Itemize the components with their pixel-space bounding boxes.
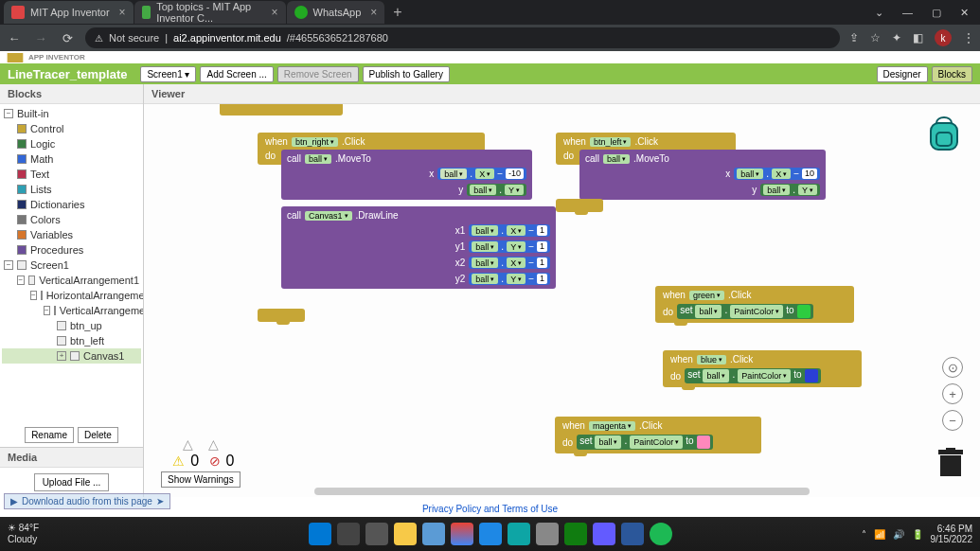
settings-icon[interactable] bbox=[422, 523, 445, 545]
publish-button[interactable]: Publish to Gallery bbox=[363, 66, 450, 82]
blocks-tree[interactable]: −Built-in Control Logic Math Text Lists … bbox=[0, 104, 143, 423]
tab-appinventor[interactable]: MIT App Inventor × bbox=[4, 1, 134, 24]
sys-chevron-icon[interactable]: ˄ bbox=[862, 529, 866, 540]
close-icon[interactable]: × bbox=[272, 6, 278, 19]
extensions-icon[interactable]: ✦ bbox=[892, 31, 901, 44]
weather-widget[interactable]: ☀ 84°F Cloudy bbox=[0, 523, 46, 545]
blocks-panel-head: Blocks bbox=[0, 84, 143, 104]
menu-icon[interactable]: ⋮ bbox=[963, 31, 974, 44]
app-header: APP INVENTOR bbox=[0, 51, 980, 63]
zoom-in-button[interactable]: + bbox=[942, 383, 963, 404]
zoom-controls: ⊙ + − bbox=[942, 357, 963, 431]
new-tab-button[interactable]: + bbox=[385, 4, 409, 21]
cat-variables[interactable]: Variables bbox=[2, 227, 141, 242]
component-item[interactable]: −VerticalArrangement1 bbox=[2, 273, 141, 288]
close-icon[interactable]: × bbox=[370, 6, 377, 19]
privacy-link[interactable]: Privacy Policy and Terms of Use bbox=[422, 504, 558, 514]
block-when-magenta[interactable]: whenmagenta.Click do setball.PaintColor … bbox=[555, 417, 761, 453]
block-fragment[interactable] bbox=[220, 104, 343, 116]
address-bar: ← → ⟳ ⚠ Not secure | ai2.appinventor.mit… bbox=[0, 25, 980, 51]
component-item[interactable]: btn_up bbox=[2, 318, 141, 333]
collapse-icon[interactable]: − bbox=[4, 109, 13, 118]
close-icon[interactable]: × bbox=[119, 6, 126, 19]
component-item[interactable]: btn_left bbox=[2, 333, 141, 348]
app-icon[interactable] bbox=[508, 523, 530, 545]
rename-button[interactable]: Rename bbox=[25, 427, 74, 443]
trash-icon[interactable] bbox=[938, 448, 963, 478]
block-call-moveto-right[interactable]: callball.MoveTo x ball.X − -10 y ball.Y bbox=[281, 150, 532, 200]
forward-button[interactable]: → bbox=[32, 31, 49, 45]
svg-rect-2 bbox=[936, 133, 952, 146]
blocks-tab[interactable]: Blocks bbox=[932, 66, 972, 82]
edge-icon[interactable] bbox=[479, 523, 502, 545]
battery-icon[interactable]: 🔋 bbox=[912, 529, 923, 540]
backpack-icon[interactable] bbox=[927, 114, 961, 151]
show-warnings-button[interactable]: Show Warnings bbox=[161, 471, 241, 488]
remove-screen-button[interactable]: Remove Screen bbox=[277, 66, 359, 82]
cat-control[interactable]: Control bbox=[2, 121, 141, 136]
taskview-icon[interactable] bbox=[365, 523, 388, 545]
horizontal-scrollbar[interactable] bbox=[314, 488, 810, 495]
volume-icon[interactable]: 🔊 bbox=[893, 529, 904, 540]
cat-lists[interactable]: Lists bbox=[2, 182, 141, 197]
app-icon[interactable] bbox=[536, 523, 559, 545]
component-canvas1[interactable]: +Canvas1 bbox=[2, 348, 141, 364]
spotify-icon[interactable] bbox=[650, 523, 672, 545]
profile-icon[interactable]: k bbox=[935, 29, 952, 46]
wifi-icon[interactable]: 📶 bbox=[874, 529, 885, 540]
share-icon[interactable]: ⇪ bbox=[849, 31, 859, 44]
xbox-icon[interactable] bbox=[564, 523, 587, 545]
close-window-icon[interactable]: ✕ bbox=[960, 7, 969, 19]
cat-colors[interactable]: Colors bbox=[2, 212, 141, 227]
error-icon: ⊘ bbox=[209, 453, 221, 469]
star-icon[interactable]: ☆ bbox=[870, 31, 881, 44]
error-up-icon[interactable]: △ bbox=[208, 436, 219, 452]
chevron-down-icon[interactable]: ⌄ bbox=[875, 7, 883, 19]
collapse-icon[interactable]: − bbox=[4, 260, 13, 270]
recenter-button[interactable]: ⊙ bbox=[942, 357, 963, 378]
word-icon[interactable] bbox=[621, 523, 644, 545]
url-input[interactable]: ⚠ Not secure | ai2.appinventor.mit.edu/#… bbox=[85, 27, 840, 48]
download-audio-bar[interactable]: ▶ Download audio from this page ➤ bbox=[4, 493, 170, 509]
svg-rect-5 bbox=[946, 448, 955, 451]
cat-math[interactable]: Math bbox=[2, 151, 141, 167]
project-toolbar: LineTracer_template Screen1 ▾ Add Screen… bbox=[0, 63, 980, 84]
component-item[interactable]: −HorizontalArrangemen bbox=[2, 288, 141, 303]
start-icon[interactable] bbox=[309, 523, 331, 545]
block-call-drawline[interactable]: callCanvas1.DrawLine x1ball.X − 1 y1ball… bbox=[281, 206, 556, 289]
blocks-canvas[interactable]: whenbtn_right.Click do callball.MoveTo x… bbox=[144, 104, 980, 497]
block-call-moveto-left[interactable]: callball.MoveTo x ball.X − 10 y ball.Y bbox=[579, 150, 826, 200]
viewer-head: Viewer bbox=[144, 84, 980, 104]
tab-whatsapp[interactable]: WhatsApp × bbox=[287, 1, 385, 24]
cat-procedures[interactable]: Procedures bbox=[2, 242, 141, 258]
warning-up-icon[interactable]: △ bbox=[183, 436, 193, 452]
block-when-blue[interactable]: whenblue.Click do setball.PaintColor to bbox=[663, 350, 862, 387]
add-screen-button[interactable]: Add Screen ... bbox=[200, 66, 273, 82]
screen-dropdown[interactable]: Screen1 ▾ bbox=[140, 66, 196, 82]
cat-text[interactable]: Text bbox=[2, 167, 141, 182]
clock[interactable]: 6:46 PM 9/15/2022 bbox=[931, 524, 973, 544]
block-end[interactable] bbox=[556, 199, 603, 212]
cat-logic[interactable]: Logic bbox=[2, 136, 141, 151]
reload-button[interactable]: ⟳ bbox=[59, 31, 76, 45]
app-icon[interactable] bbox=[593, 523, 615, 545]
play-icon: ▶ bbox=[10, 496, 18, 507]
maximize-icon[interactable]: ▢ bbox=[932, 7, 941, 19]
search-icon[interactable] bbox=[337, 523, 360, 545]
chrome-icon[interactable] bbox=[451, 523, 473, 545]
minimize-icon[interactable]: ― bbox=[902, 7, 913, 19]
app-logo-icon bbox=[6, 53, 25, 62]
designer-tab[interactable]: Designer bbox=[877, 66, 928, 82]
tab-community[interactable]: Top topics - MIT App Inventor C... × bbox=[134, 1, 286, 24]
block-when-green[interactable]: whengreen.Click do setball.PaintColor to bbox=[655, 286, 854, 323]
zoom-out-button[interactable]: − bbox=[942, 410, 963, 431]
component-item[interactable]: −VerticalArrangemen bbox=[2, 303, 141, 318]
app-icon[interactable]: ◧ bbox=[913, 31, 923, 44]
explorer-icon[interactable] bbox=[394, 523, 417, 545]
back-button[interactable]: ← bbox=[6, 31, 23, 45]
delete-button[interactable]: Delete bbox=[78, 427, 118, 443]
cat-dictionaries[interactable]: Dictionaries bbox=[2, 197, 141, 212]
media-panel-head: Media bbox=[0, 448, 143, 468]
upload-file-button[interactable]: Upload File ... bbox=[34, 473, 110, 491]
block-end[interactable] bbox=[258, 309, 305, 322]
